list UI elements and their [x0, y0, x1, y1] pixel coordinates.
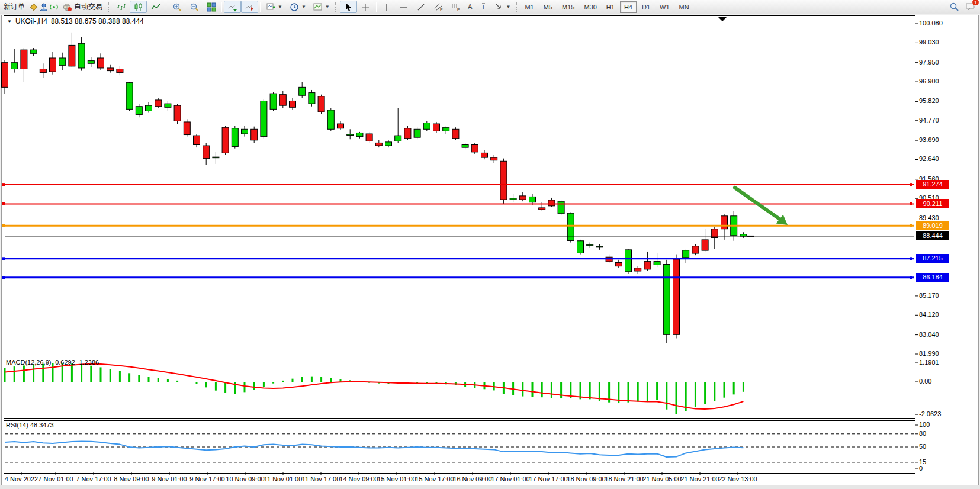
chat-icon[interactable]: 1 — [965, 2, 975, 12]
time-label: 22 Nov 13:00 — [718, 475, 757, 482]
text-button[interactable]: A — [464, 1, 476, 13]
timeframe-bar: M1M5M15M30H1H4D1W1MN — [520, 1, 693, 13]
arrows-button[interactable]: ▼ — [491, 1, 515, 13]
price-tick-85.170: 85.170 — [919, 292, 939, 299]
auto-trading-label: 自动交易 — [74, 2, 102, 12]
price-badge-91.274: 91.274 — [916, 180, 949, 189]
auto-trading-button[interactable]: 自动交易 — [59, 1, 106, 13]
auto-trading-icon — [62, 2, 72, 12]
time-label: 15 Nov 01:00 — [377, 475, 416, 482]
macd-panel[interactable] — [4, 358, 915, 419]
timeframe-H4[interactable]: H4 — [620, 1, 637, 13]
person-icon[interactable] — [38, 2, 49, 12]
fibonacci-button[interactable]: F — [447, 1, 464, 13]
timeframe-M1[interactable]: M1 — [520, 1, 538, 13]
line-chart-button[interactable] — [147, 1, 164, 13]
cursor-button[interactable] — [340, 1, 357, 13]
notification-badge: 1 — [972, 0, 979, 6]
bar-chart-icon — [116, 2, 126, 12]
timeframe-M30[interactable]: M30 — [580, 1, 600, 13]
price-badge-89.019: 89.019 — [916, 221, 949, 230]
price-tick-96.900: 96.900 — [919, 78, 939, 85]
chart-shift-button[interactable] — [241, 1, 258, 13]
ohlc-values: 88.513 88.675 88.388 88.444 — [51, 17, 144, 25]
candlestick-chart-button[interactable] — [130, 1, 147, 13]
time-label: 16 Nov 09:00 — [453, 475, 491, 482]
timeframe-H1[interactable]: H1 — [602, 1, 619, 13]
price-tick-93.690: 93.690 — [919, 136, 939, 143]
bar-chart-button[interactable] — [113, 1, 130, 13]
chevron-down-icon: ▼ — [325, 4, 330, 9]
template-icon — [313, 2, 323, 12]
tile-windows-button[interactable] — [203, 1, 220, 13]
macd-label: MACD(12,26,9) -0.6292 -1.2386 — [6, 359, 99, 366]
crosshair-icon — [361, 2, 371, 12]
toolbar-grip — [335, 2, 338, 12]
candlestick-chart-icon — [133, 2, 143, 12]
price-tick-97.950: 97.950 — [919, 59, 939, 66]
time-label: 4 Nov 2022 — [5, 475, 38, 482]
macd-tick--2.0623: -2.0623 — [919, 410, 941, 417]
crosshair-button[interactable] — [357, 1, 374, 13]
time-label: 15 Nov 17:00 — [415, 475, 454, 482]
time-label: 10 Nov 09:00 — [226, 475, 264, 482]
vertical-line-button[interactable] — [378, 1, 396, 13]
rsi-panel[interactable] — [4, 420, 915, 474]
time-label: 17 Nov 01:00 — [491, 475, 529, 482]
timeframe-W1[interactable]: W1 — [656, 1, 674, 13]
time-label: 7 Nov 17:00 — [76, 475, 111, 482]
trendline-button[interactable] — [413, 1, 430, 13]
timeframe-M15[interactable]: M15 — [558, 1, 579, 13]
zoom-in-button[interactable] — [168, 1, 185, 13]
time-label: 17 Nov 17:00 — [529, 475, 567, 482]
chevron-down-icon: ▼ — [278, 4, 282, 9]
timeframe-M5[interactable]: M5 — [539, 1, 557, 13]
signal-icon[interactable] — [49, 2, 59, 12]
macd-current-values: -0.6292 -1.2386 — [53, 359, 99, 366]
time-label: 21 Nov 05:00 — [642, 475, 681, 482]
time-label: 8 Nov 09:00 — [114, 475, 149, 482]
new-order-button[interactable]: 新订单 — [0, 1, 28, 13]
zoom-out-button[interactable] — [185, 1, 203, 13]
collapse-triangle-icon[interactable]: ▼ — [7, 19, 12, 24]
rsi-label: RSI(14) 48.3473 — [6, 422, 54, 429]
add-indicator-button[interactable]: ▼ — [262, 1, 286, 13]
diamond-icon[interactable] — [28, 2, 38, 12]
symbol-period-label: UKOil-,H4 — [15, 17, 47, 25]
time-label: 21 Nov 21:00 — [680, 475, 719, 482]
chevron-down-icon: ▼ — [301, 4, 306, 9]
price-badge-90.211: 90.211 — [916, 199, 949, 208]
trendline-icon — [416, 2, 426, 12]
toolbar-grip — [516, 2, 519, 12]
price-badge-86.184: 86.184 — [916, 273, 949, 282]
auto-scroll-button[interactable] — [224, 1, 241, 13]
rsi-tick-100: 100 — [919, 421, 930, 428]
horizontal-line-button[interactable] — [396, 1, 413, 13]
price-tick-95.820: 95.820 — [919, 97, 939, 104]
new-order-label: 新订单 — [4, 2, 25, 12]
toolbar-separator — [376, 2, 377, 12]
main-toolbar: 新订单 自动交易 — [0, 0, 980, 14]
time-label: 9 Nov 01:00 — [152, 475, 187, 482]
time-label: 9 Nov 17:00 — [189, 475, 224, 482]
macd-name: MACD(12,26,9) — [6, 359, 51, 366]
template-button[interactable]: ▼ — [310, 1, 333, 13]
price-tick-94.770: 94.770 — [919, 117, 939, 124]
text-icon: A — [468, 3, 473, 11]
toolbar-separator — [221, 2, 222, 12]
chart-shift-icon — [245, 2, 255, 12]
toolbar-grip — [108, 2, 111, 12]
text-label-button[interactable]: T — [476, 1, 491, 13]
macd-tick-1.1981: 1.1981 — [919, 359, 939, 366]
timeframe-D1[interactable]: D1 — [638, 1, 654, 13]
period-button[interactable]: ▼ — [286, 1, 310, 13]
timeframe-MN[interactable]: MN — [675, 1, 693, 13]
vertical-line-icon — [382, 2, 392, 12]
time-label: 18 Nov 09:00 — [567, 475, 605, 482]
tile-windows-icon — [206, 2, 216, 12]
rsi-tick-0: 0 — [919, 465, 923, 472]
equidistant-channel-button[interactable]: E — [430, 1, 447, 13]
search-icon[interactable] — [949, 2, 959, 12]
toolbar-separator — [166, 2, 166, 12]
price-chart-panel[interactable] — [4, 15, 915, 356]
